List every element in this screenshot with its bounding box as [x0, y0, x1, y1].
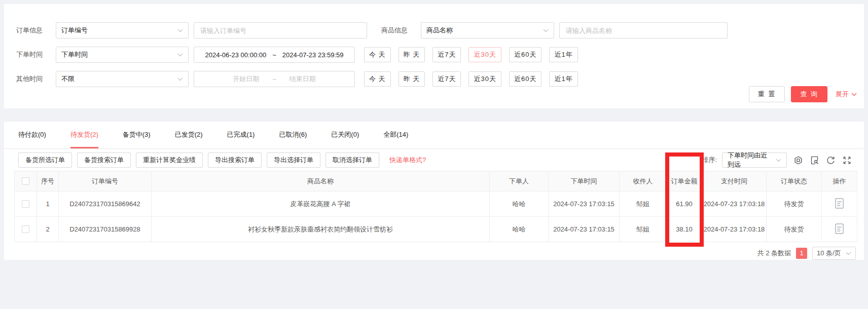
reset-button[interactable]: 重 置 — [749, 86, 785, 102]
recalculate-bonus-button[interactable]: 重新计算奖金业绩 — [136, 152, 203, 168]
product-info-label: 商品信息 — [381, 26, 416, 35]
cell-pay-time: 2024-07-23 17:03:18 — [702, 191, 767, 217]
fullscreen-icon[interactable] — [842, 156, 852, 165]
cell-order-amount: 38.10 — [667, 217, 702, 242]
quick-yesterday[interactable]: 昨 天 — [399, 71, 425, 87]
expand-link[interactable]: 展开 — [836, 90, 857, 99]
toolbar-buttons: 备货所选订单备货搜索订单重新计算奖金业绩导出搜索订单导出选择订单取消选择订单 — [18, 152, 379, 168]
date-range-start: 2024-06-23 00:00:00 — [205, 51, 266, 59]
select-all-checkbox[interactable] — [22, 177, 29, 185]
col-order-amount: 订单金额 — [667, 171, 702, 191]
cell-order-no: D240723170315869928 — [59, 217, 152, 242]
cell-order-no: D240723170315869642 — [59, 191, 152, 217]
order-detail-icon[interactable] — [834, 223, 845, 235]
quick-last-60-days[interactable]: 近60天 — [509, 47, 541, 62]
page-size-select[interactable]: 10 条/页 — [812, 247, 856, 260]
quick-last-30-days[interactable]: 近30天 — [468, 47, 501, 62]
quick-last-7-days[interactable]: 近7天 — [432, 71, 461, 87]
tab-completed[interactable]: 已完成(1) — [227, 122, 255, 148]
cell-select — [15, 191, 37, 217]
cell-actions — [822, 191, 857, 217]
quick-last-1-year[interactable]: 近1年 — [549, 71, 577, 87]
product-name-input[interactable] — [559, 22, 728, 38]
tab-all[interactable]: 全部(14) — [383, 122, 408, 148]
col-order-time: 下单时间 — [549, 171, 620, 191]
order-field-select[interactable]: 订单编号 — [56, 22, 189, 38]
chevron-down-icon — [851, 93, 857, 96]
total-count-label: 共 2 条数据 — [757, 249, 791, 258]
cell-buyer: 哈哈 — [490, 217, 549, 242]
quick-range-buttons-order-time: 今 天昨 天近7天近30天近60天近1年 — [364, 47, 578, 62]
col-order-status: 订单状态 — [767, 171, 822, 191]
page-1-button[interactable]: 1 — [796, 248, 807, 259]
quick-yesterday[interactable]: 昨 天 — [399, 47, 425, 62]
col-buyer: 下单人 — [490, 171, 549, 191]
filter-row-other-time: 其他时间 不限 开始日期 ~ 结束日期 今 天昨 天近7天近30天近60天近1年 — [4, 71, 864, 87]
other-date-range-picker[interactable]: 开始日期 ~ 结束日期 — [194, 71, 355, 87]
tab-closed[interactable]: 已关闭(0) — [331, 122, 359, 148]
quick-last-60-days[interactable]: 近60天 — [509, 71, 541, 87]
tab-cancelled[interactable]: 已取消(6) — [279, 122, 307, 148]
query-button[interactable]: 查 询 — [791, 86, 827, 102]
order-date-range-picker[interactable]: 2024-06-23 00:00:00 ~ 2024-07-23 23:59:5… — [194, 47, 355, 63]
order-status-tabs: 待付款(0)待发货(2)备货中(3)已发货(2)已完成(1)已取消(6)已关闭(… — [4, 122, 864, 149]
export-selected-orders-button[interactable]: 导出选择订单 — [267, 152, 320, 168]
refresh-icon[interactable] — [826, 156, 836, 165]
tab-shipped[interactable]: 已发货(2) — [175, 122, 203, 148]
product-field-select-value: 商品名称 — [426, 26, 453, 35]
date-end-placeholder: 结束日期 — [290, 74, 316, 84]
other-time-type-select[interactable]: 不限 — [56, 71, 189, 87]
filter-actions: 重 置 查 询 展开 — [749, 86, 857, 102]
row-checkbox[interactable] — [22, 225, 29, 233]
cell-select — [15, 217, 37, 242]
cell-order-time: 2024-07-23 17:03:15 — [549, 191, 620, 217]
col-select-all — [15, 171, 37, 191]
export-searched-orders-button[interactable]: 导出搜索订单 — [208, 152, 262, 168]
col-product-name: 商品名称 — [152, 171, 490, 191]
order-time-type-value: 下单时间 — [61, 50, 88, 59]
settings-icon[interactable] — [793, 156, 803, 165]
order-time-label: 下单时间 — [16, 50, 51, 59]
cell-seq: 1 — [37, 191, 59, 217]
cell-actions — [822, 217, 857, 242]
chevron-down-icon — [776, 159, 781, 162]
other-time-label: 其他时间 — [16, 74, 51, 84]
col-order-no: 订单编号 — [59, 171, 152, 191]
quick-today[interactable]: 今 天 — [364, 71, 391, 87]
stock-searched-orders-button[interactable]: 备货搜索订单 — [77, 152, 131, 168]
date-range-separator: ~ — [272, 51, 276, 59]
stock-selected-orders-button[interactable]: 备货所选订单 — [18, 152, 72, 168]
cell-product-name: 皮革嵌花高腰 A 字裙 — [152, 191, 490, 217]
filter-row-order-info: 订单信息 订单编号 商品信息 商品名称 — [4, 22, 864, 38]
date-start-placeholder: 开始日期 — [233, 74, 259, 84]
tab-preparing-stock[interactable]: 备货中(3) — [123, 122, 151, 148]
cell-product-name: 衬衫女秋季新款亲肤垂感衬衣简约翻领设计雪纺衫 — [152, 217, 490, 242]
row-checkbox[interactable] — [22, 200, 29, 208]
order-no-input[interactable] — [194, 22, 367, 38]
chevron-down-icon — [177, 53, 183, 57]
express-format-link[interactable]: 快递单格式? — [389, 156, 426, 165]
quick-last-1-year[interactable]: 近1年 — [549, 47, 577, 62]
product-field-select[interactable]: 商品名称 — [421, 22, 554, 38]
col-recipient: 收件人 — [620, 171, 667, 191]
sort-select[interactable]: 下单时间由近到远 — [722, 152, 787, 168]
tab-pending-shipment[interactable]: 待发货(2) — [70, 122, 98, 148]
order-toolbar: 备货所选订单备货搜索订单重新计算奖金业绩导出搜索订单导出选择订单取消选择订单 快… — [18, 152, 852, 168]
sort-select-value: 下单时间由近到远 — [728, 151, 772, 169]
cell-order-time: 2024-07-23 17:03:15 — [549, 217, 620, 242]
export-view-icon[interactable] — [810, 156, 819, 165]
quick-last-30-days[interactable]: 近30天 — [468, 71, 501, 87]
table-row: 1D240723170315869642皮革嵌花高腰 A 字裙哈哈2024-07… — [15, 191, 857, 217]
cell-order-amount: 61.90 — [667, 191, 702, 217]
quick-today[interactable]: 今 天 — [364, 47, 391, 62]
cancel-selected-orders-button[interactable]: 取消选择订单 — [326, 152, 379, 168]
quick-last-7-days[interactable]: 近7天 — [432, 47, 461, 62]
date-range-end: 2024-07-23 23:59:59 — [282, 51, 344, 59]
chevron-down-icon — [177, 29, 183, 32]
order-time-type-select[interactable]: 下单时间 — [56, 47, 189, 63]
date-range-separator: ~ — [272, 75, 276, 83]
chevron-down-icon — [846, 252, 851, 255]
order-info-label: 订单信息 — [16, 26, 51, 35]
tab-pending-payment[interactable]: 待付款(0) — [18, 122, 46, 148]
order-detail-icon[interactable] — [834, 198, 845, 209]
